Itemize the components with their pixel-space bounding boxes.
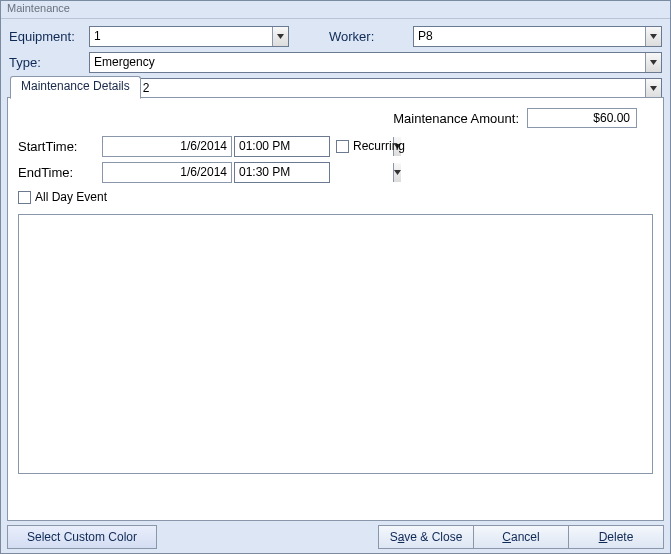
save-suffix: ve & Close bbox=[404, 530, 462, 544]
location-drop-button[interactable] bbox=[645, 79, 661, 98]
allday-wrap: All Day Event bbox=[18, 190, 653, 204]
equipment-drop-button[interactable] bbox=[272, 27, 288, 46]
location-input[interactable] bbox=[90, 79, 645, 98]
worker-combo[interactable] bbox=[413, 26, 662, 47]
recurring-label: Recurring bbox=[353, 139, 405, 153]
type-label: Type: bbox=[9, 55, 89, 70]
chevron-down-icon bbox=[277, 34, 284, 39]
location-combo[interactable] bbox=[89, 78, 662, 99]
worker-label: Worker: bbox=[289, 29, 401, 44]
delete-mnemonic: D bbox=[599, 530, 608, 544]
type-drop-button[interactable] bbox=[645, 53, 661, 72]
end-time-drop-button[interactable] bbox=[393, 163, 401, 182]
chevron-down-icon bbox=[650, 34, 657, 39]
start-time-row: StartTime: Recurring bbox=[18, 134, 653, 158]
cancel-button[interactable]: Cancel bbox=[473, 525, 569, 549]
amount-input[interactable] bbox=[527, 108, 637, 128]
equipment-label: Equipment: bbox=[9, 29, 89, 44]
tab-maintenance-details[interactable]: Maintenance Details bbox=[10, 76, 141, 99]
window-title: Maintenance bbox=[1, 1, 670, 19]
allday-checkbox[interactable] bbox=[18, 191, 31, 204]
footer-spacer bbox=[157, 525, 379, 549]
cancel-suffix: ancel bbox=[511, 530, 540, 544]
maintenance-window: Maintenance Equipment: Worker: Type: bbox=[0, 0, 671, 554]
start-date-input[interactable] bbox=[102, 136, 232, 157]
recurring-checkbox[interactable] bbox=[336, 140, 349, 153]
details-panel: Maintenance Details Maintenance Amount: … bbox=[7, 97, 664, 521]
save-mnemonic: a bbox=[398, 530, 405, 544]
header-row-1: Equipment: Worker: bbox=[9, 25, 662, 47]
notes-textarea[interactable] bbox=[18, 214, 653, 474]
footer: Select Custom Color Save & Close Cancel … bbox=[7, 525, 664, 549]
tabstrip: Maintenance Details bbox=[10, 76, 141, 98]
save-prefix: S bbox=[390, 530, 398, 544]
delete-suffix: elete bbox=[607, 530, 633, 544]
allday-label: All Day Event bbox=[35, 190, 107, 204]
end-time-row: EndTime: bbox=[18, 160, 653, 184]
start-time-label: StartTime: bbox=[18, 139, 102, 154]
worker-drop-button[interactable] bbox=[645, 27, 661, 46]
start-time-combo[interactable] bbox=[234, 136, 330, 157]
select-custom-color-button[interactable]: Select Custom Color bbox=[7, 525, 157, 549]
type-input[interactable] bbox=[90, 53, 645, 72]
chevron-down-icon bbox=[394, 170, 401, 175]
end-time-input[interactable] bbox=[235, 163, 393, 182]
worker-input[interactable] bbox=[414, 27, 645, 46]
equipment-combo[interactable] bbox=[89, 26, 289, 47]
cancel-mnemonic: C bbox=[502, 530, 511, 544]
recurring-wrap: Recurring bbox=[336, 139, 405, 153]
end-time-label: EndTime: bbox=[18, 165, 102, 180]
amount-label: Maintenance Amount: bbox=[393, 111, 519, 126]
chevron-down-icon bbox=[650, 86, 657, 91]
end-time-combo[interactable] bbox=[234, 162, 330, 183]
save-close-button[interactable]: Save & Close bbox=[378, 525, 474, 549]
type-combo[interactable] bbox=[89, 52, 662, 73]
end-date-input[interactable] bbox=[102, 162, 232, 183]
header-row-2: Type: bbox=[9, 51, 662, 73]
details-body: Maintenance Amount: StartTime: Recurring bbox=[8, 98, 663, 484]
amount-row: Maintenance Amount: bbox=[18, 108, 653, 128]
chevron-down-icon bbox=[650, 60, 657, 65]
delete-button[interactable]: Delete bbox=[568, 525, 664, 549]
equipment-input[interactable] bbox=[90, 27, 272, 46]
